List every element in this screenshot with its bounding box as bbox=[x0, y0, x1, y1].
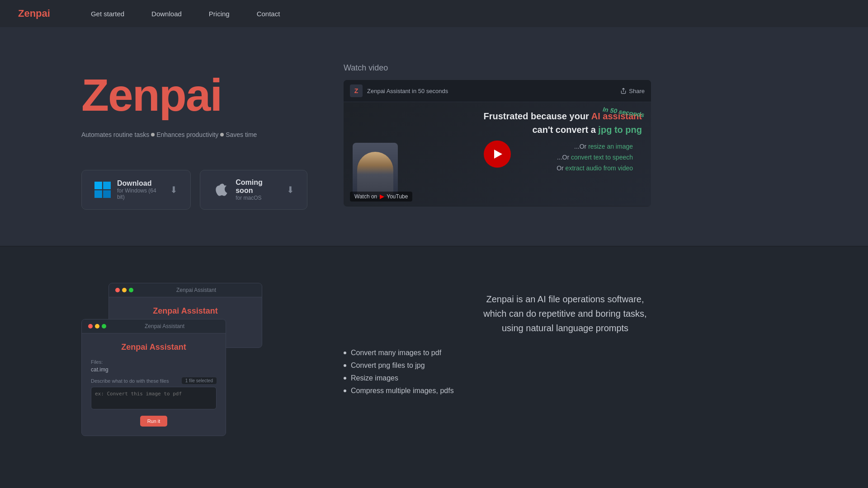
youtube-logo: ▶ bbox=[380, 193, 384, 200]
app-window-front: Zenpai Assistant Zenpai Assistant Files:… bbox=[81, 319, 226, 436]
share-icon bbox=[620, 88, 627, 94]
run-button[interactable]: Run it bbox=[140, 416, 168, 427]
play-icon bbox=[494, 150, 502, 159]
download-mac-title: Coming soon bbox=[236, 178, 280, 195]
hero-tagline: Automates routine tasks Enhances product… bbox=[81, 131, 257, 138]
tagline-dot-2 bbox=[220, 133, 224, 136]
nav-link-download[interactable]: Download bbox=[138, 1, 195, 27]
feature-text-4: Compress multiple images, pdfs bbox=[351, 387, 454, 395]
max-dot-front bbox=[102, 324, 106, 328]
feature-item-1: Convert many images to pdf bbox=[344, 349, 787, 357]
file-type-text: jpg to png bbox=[598, 125, 642, 135]
download-mac-arrow-icon: ⬇ bbox=[287, 184, 294, 195]
features-list: Convert many images to pdf Convert png f… bbox=[344, 349, 787, 395]
tagline-part-3: Saves time bbox=[226, 131, 257, 138]
apple-icon bbox=[213, 182, 229, 198]
download-mac-subtitle: for macOS bbox=[236, 195, 280, 201]
app-window-front-titlebar: Zenpai Assistant bbox=[82, 319, 226, 333]
video-sub-1: ...Or resize an image bbox=[574, 143, 633, 150]
person-silhouette bbox=[357, 152, 393, 197]
feature-item-3: Resize images bbox=[344, 374, 787, 382]
max-dot-back bbox=[129, 288, 133, 292]
nav-link-pricing[interactable]: Pricing bbox=[195, 1, 243, 27]
bullet-dot-4 bbox=[344, 389, 346, 392]
titlebar-dots-front bbox=[88, 324, 106, 328]
video-title: Zenpai Assistant in 50 seconds bbox=[367, 88, 620, 94]
tagline-part-1: Automates routine tasks bbox=[81, 131, 149, 138]
bullet-dot-3 bbox=[344, 377, 346, 380]
watch-video-label: Watch video bbox=[344, 63, 388, 73]
nav-logo[interactable]: Zenpai bbox=[18, 8, 50, 19]
bullet-dot-2 bbox=[344, 364, 346, 367]
files-value: cat.img bbox=[91, 366, 217, 373]
navbar: Zenpai Get started Download Pricing Cont… bbox=[0, 0, 868, 27]
app-window-back-titlebar: Zenpai Assistant bbox=[109, 283, 262, 297]
play-button[interactable] bbox=[484, 141, 511, 168]
app-window-front-body: Zenpai Assistant Files: cat.img Describe… bbox=[82, 333, 226, 436]
feature-text-1: Convert many images to pdf bbox=[351, 349, 441, 357]
feature-item-4: Compress multiple images, pdfs bbox=[344, 387, 787, 395]
frustrated-text-1: Frustrated because your bbox=[483, 111, 589, 121]
min-dot-back bbox=[122, 288, 127, 292]
app-back-heading: Zenpai Assistant bbox=[118, 306, 253, 316]
tagline-dot-1 bbox=[151, 133, 155, 136]
features-section: Zenpai Assistant Zenpai Assistant Succes… bbox=[0, 247, 868, 488]
feature-text-3: Resize images bbox=[351, 374, 398, 382]
video-person bbox=[353, 143, 398, 197]
close-dot-front bbox=[88, 324, 93, 328]
hero-right: Watch video Z Zenpai Assistant in 50 sec… bbox=[344, 63, 787, 206]
video-container: Z Zenpai Assistant in 50 seconds Share bbox=[344, 80, 651, 206]
titlebar-dots-back bbox=[115, 288, 133, 292]
bullet-dot-1 bbox=[344, 352, 346, 354]
describe-row: Describe what to do with these files 1 f… bbox=[91, 377, 217, 384]
cant-convert-text: can't convert a bbox=[532, 125, 595, 135]
download-windows-button[interactable]: Download for Windows (64 bit) ⬇ bbox=[81, 170, 191, 210]
hero-section: Zenpai Automates routine tasks Enhances … bbox=[0, 27, 868, 246]
close-dot-back bbox=[115, 288, 120, 292]
download-windows-text: Download for Windows (64 bit) bbox=[117, 179, 164, 200]
prompt-textarea[interactable] bbox=[91, 387, 217, 409]
features-right: Zenpai is an AI file operations software… bbox=[344, 283, 787, 395]
app-screenshots: Zenpai Assistant Zenpai Assistant Succes… bbox=[81, 283, 307, 455]
hero-logo: Zenpai bbox=[81, 72, 222, 117]
video-top-bar: Z Zenpai Assistant in 50 seconds Share bbox=[344, 80, 651, 102]
nav-link-get-started[interactable]: Get started bbox=[77, 1, 138, 27]
app-window-front-title: Zenpai Assistant bbox=[110, 323, 219, 329]
watch-on-text: Watch on bbox=[354, 193, 377, 200]
tagline-part-2: Enhances productivity bbox=[156, 131, 218, 138]
video-sub-2: ...Or convert text to speech bbox=[557, 154, 633, 161]
video-share-button[interactable]: Share bbox=[620, 88, 645, 94]
app-front-heading: Zenpai Assistant bbox=[91, 343, 217, 352]
video-body: Frustrated because your AI assistant can… bbox=[344, 102, 651, 206]
nav-link-contact[interactable]: Contact bbox=[243, 1, 294, 27]
video-z-icon: Z bbox=[350, 84, 363, 97]
watch-on-youtube[interactable]: Watch on ▶ YouTube bbox=[350, 192, 412, 202]
download-windows-arrow-icon: ⬇ bbox=[170, 184, 178, 195]
nav-links: Get started Download Pricing Contact bbox=[77, 1, 293, 27]
windows-icon bbox=[94, 182, 111, 198]
video-sub-3: Or extract audio from video bbox=[557, 164, 633, 172]
features-description: Zenpai is an AI file operations software… bbox=[344, 292, 787, 335]
download-windows-title: Download bbox=[117, 179, 164, 188]
app-window-back-title: Zenpai Assistant bbox=[137, 287, 255, 293]
min-dot-front bbox=[95, 324, 99, 328]
download-buttons: Download for Windows (64 bit) ⬇ Coming s… bbox=[81, 170, 307, 210]
hero-left: Zenpai Automates routine tasks Enhances … bbox=[81, 63, 307, 210]
download-mac-button[interactable]: Coming soon for macOS ⬇ bbox=[200, 170, 307, 210]
download-windows-subtitle: for Windows (64 bit) bbox=[117, 188, 164, 200]
describe-label: Describe what to do with these files bbox=[91, 378, 169, 384]
selected-badge: 1 file selected bbox=[182, 377, 217, 384]
feature-text-2: Convert png files to jpg bbox=[351, 361, 425, 370]
share-label: Share bbox=[629, 88, 645, 94]
files-label: Files: bbox=[91, 359, 217, 365]
youtube-text: YouTube bbox=[387, 193, 408, 200]
feature-item-2: Convert png files to jpg bbox=[344, 361, 787, 370]
download-mac-text: Coming soon for macOS bbox=[236, 178, 280, 201]
